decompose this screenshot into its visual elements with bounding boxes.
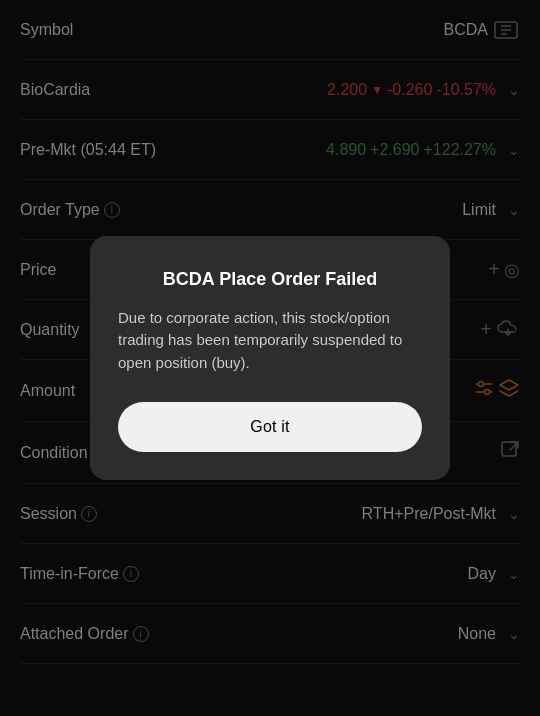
modal-body: Due to corporate action, this stock/opti… (118, 307, 422, 375)
modal-title: BCDA Place Order Failed (118, 268, 422, 291)
got-it-button[interactable]: Got it (118, 402, 422, 452)
modal-overlay: BCDA Place Order Failed Due to corporate… (0, 0, 540, 716)
page-container: Symbol BCDA BioCardia 2.200 ▼ -0. (0, 0, 540, 716)
modal-dialog: BCDA Place Order Failed Due to corporate… (90, 236, 450, 481)
